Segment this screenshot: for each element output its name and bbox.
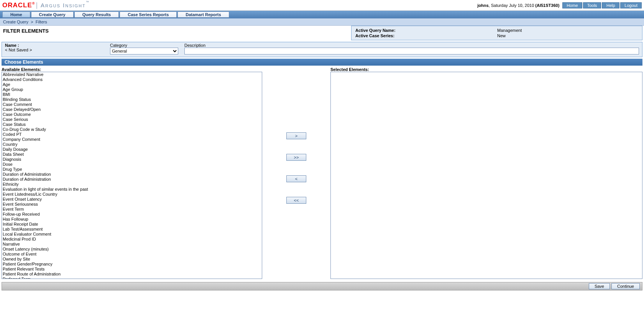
list-item[interactable]: Case Serious: [2, 117, 262, 122]
list-item[interactable]: Daily Dosage: [2, 147, 262, 152]
name-value: < Not Saved >: [5, 48, 32, 52]
list-item[interactable]: Has Followup: [2, 217, 262, 222]
list-item[interactable]: Abbreviated Narrative: [2, 72, 262, 77]
list-item[interactable]: Co-Drug Code w Study: [2, 127, 262, 132]
list-item[interactable]: Lab Test/Assessment: [2, 227, 262, 232]
header-bar: ORACLE® | Argus Insight™ johns, Saturday…: [0, 0, 644, 11]
nav-home[interactable]: Home: [2, 12, 30, 18]
breadcrumb-create-query[interactable]: Create Query: [3, 20, 28, 24]
footer-bar: Save Continue: [2, 282, 642, 290]
list-item[interactable]: Medicinal Prod ID: [2, 237, 262, 242]
list-item[interactable]: Narrative: [2, 242, 262, 247]
breadcrumb-filters: Filters: [36, 20, 47, 24]
name-label: Name :: [5, 43, 108, 48]
list-item[interactable]: Local Evaluator Comment: [2, 232, 262, 237]
list-item[interactable]: Case Comment: [2, 102, 262, 107]
nav-query-results[interactable]: Query Results: [74, 12, 119, 18]
list-item[interactable]: Duration of Administration: [2, 172, 262, 177]
filter-form: Name : < Not Saved > Category General De…: [2, 42, 642, 57]
tools-top-button[interactable]: Tools: [583, 2, 601, 8]
available-elements-label: Available Elements:: [2, 67, 262, 72]
selected-elements-listbox[interactable]: [330, 72, 642, 279]
category-label: Category: [110, 43, 183, 48]
top-buttons: Home Tools Help Logout: [562, 2, 642, 8]
list-item[interactable]: Coded PT: [2, 132, 262, 137]
nav-datamart-reports[interactable]: Datamart Reports: [177, 12, 229, 18]
list-item[interactable]: Case Outcome: [2, 112, 262, 117]
category-select[interactable]: General: [110, 48, 178, 54]
list-item[interactable]: Diagnosis: [2, 157, 262, 162]
list-item[interactable]: Dose: [2, 162, 262, 167]
list-item[interactable]: Case Status: [2, 122, 262, 127]
list-item[interactable]: Preferred Term: [2, 277, 262, 279]
logo-area: ORACLE® | Argus Insight™: [0, 1, 90, 9]
breadcrumb-sep: >: [30, 20, 36, 24]
list-item[interactable]: Patient Route of Administration: [2, 272, 262, 277]
add-all-button[interactable]: >>: [286, 154, 306, 161]
move-buttons-column: > >> < <<: [262, 67, 330, 279]
continue-button[interactable]: Continue: [611, 283, 640, 289]
breadcrumb: Create Query > Filters: [0, 18, 644, 26]
home-top-button[interactable]: Home: [562, 2, 582, 8]
list-item[interactable]: Event Onset Latency: [2, 197, 262, 202]
choose-elements-header: Choose Elements: [2, 59, 642, 66]
list-item[interactable]: Country: [2, 142, 262, 147]
list-item[interactable]: Patient Relevant Tests: [2, 267, 262, 272]
page-title: FILTER ELEMENTS: [0, 26, 351, 36]
list-item[interactable]: Patient Gender/Pregnancy: [2, 262, 262, 267]
list-item[interactable]: Age Group: [2, 87, 262, 92]
list-item[interactable]: Age: [2, 82, 262, 87]
list-item[interactable]: Event Term: [2, 207, 262, 212]
list-item[interactable]: Duration of Administration: [2, 177, 262, 182]
list-item[interactable]: Drug Type: [2, 167, 262, 172]
elements-area: Available Elements: Abbreviated Narrativ…: [2, 67, 642, 279]
save-button[interactable]: Save: [589, 283, 610, 289]
remove-button[interactable]: <: [286, 175, 306, 182]
description-label: Description: [184, 43, 639, 48]
nav-create-query[interactable]: Create Query: [31, 12, 74, 18]
active-case-series-label: Active Case Series:: [355, 33, 497, 38]
list-item[interactable]: Case Delayed/Open: [2, 107, 262, 112]
list-item[interactable]: Owned by Site: [2, 257, 262, 262]
list-item[interactable]: Follow-up Received: [2, 212, 262, 217]
list-item[interactable]: Event Listedness/Lic Country: [2, 192, 262, 197]
add-button[interactable]: >: [286, 132, 306, 139]
remove-all-button[interactable]: <<: [286, 197, 306, 204]
header-right: johns, Saturday July 10, 2010 (AI51ST360…: [477, 2, 644, 8]
active-query-value: Management: [497, 28, 522, 33]
list-item[interactable]: Outcome of Event: [2, 252, 262, 257]
help-top-button[interactable]: Help: [602, 2, 619, 8]
logout-top-button[interactable]: Logout: [620, 2, 642, 8]
description-input[interactable]: [184, 48, 639, 54]
available-elements-listbox[interactable]: Abbreviated NarrativeAdvanced Conditions…: [2, 72, 262, 279]
list-item[interactable]: Initial Receipt Date: [2, 222, 262, 227]
nav-bar: Home Create Query Query Results Case Ser…: [0, 11, 644, 18]
active-query-label: Active Query Name:: [355, 28, 497, 33]
oracle-logo: ORACLE®: [2, 2, 35, 9]
list-item[interactable]: Ethnicity: [2, 182, 262, 187]
list-item[interactable]: BMI: [2, 92, 262, 97]
list-item[interactable]: Event Seriousness: [2, 202, 262, 207]
argus-logo: Argus Insight™: [38, 2, 90, 8]
nav-case-series-reports[interactable]: Case Series Reports: [120, 12, 177, 18]
selected-elements-label: Selected Elements:: [330, 67, 642, 72]
active-info-box: Active Query Name: Active Case Series: M…: [351, 26, 642, 40]
user-info: johns, Saturday July 10, 2010 (AI51ST360…: [477, 3, 559, 8]
active-case-series-value: New: [497, 33, 522, 38]
logo-divider: |: [35, 1, 38, 9]
list-item[interactable]: Data Sheet: [2, 152, 262, 157]
list-item[interactable]: Company Comment: [2, 137, 262, 142]
list-item[interactable]: Blinding Status: [2, 97, 262, 102]
list-item[interactable]: Onset Latency (minutes): [2, 247, 262, 252]
list-item[interactable]: Advanced Conditions: [2, 77, 262, 82]
list-item[interactable]: Evaluation in light of similar events in…: [2, 187, 262, 192]
